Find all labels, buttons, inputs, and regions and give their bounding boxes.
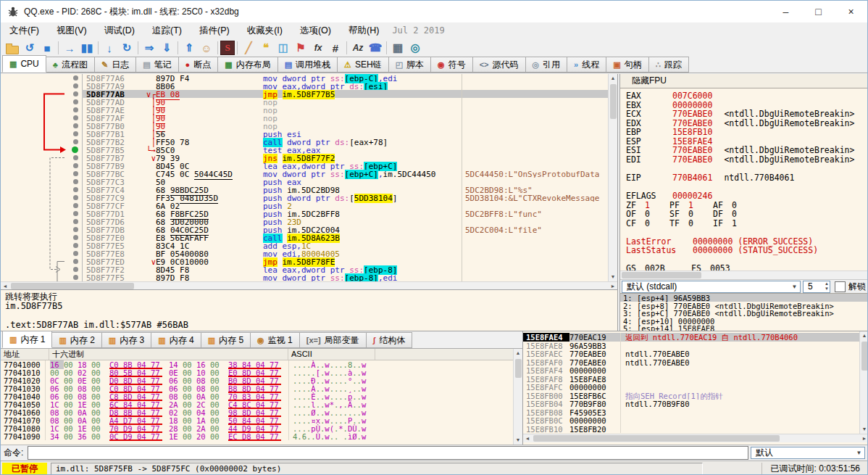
dump-row[interactable]: 7704100016 00 18 00C0 8B 04 7714 00 16 0… (1, 360, 522, 368)
dump-tab-dump-4[interactable]: ▥内存 4 (151, 332, 201, 348)
tab-source[interactable]: <>源代码 (472, 57, 526, 73)
gutter-dot-icon[interactable] (73, 107, 78, 112)
argument-row[interactable]: 4: [esp+10] 00000000 (620, 317, 868, 325)
close-button[interactable]: × (835, 1, 867, 22)
register-row[interactable]: CF0TF0IF1 (620, 218, 868, 228)
stack-row[interactable]: 15E8FB1015E8FB20 (523, 425, 868, 434)
tab-memory-map[interactable]: ▦内存布局 (217, 57, 277, 73)
register-row[interactable]: ESP15E8FAE4 (620, 136, 868, 146)
unlock-checkbox[interactable] (835, 281, 846, 292)
hash-icon[interactable]: # (327, 40, 344, 56)
dump-tab-dump-3[interactable]: ▥内存 3 (101, 332, 151, 348)
tab-trace[interactable]: ∴跟踪 (648, 57, 689, 73)
disasm-row[interactable]: 5D8F77B0│90nop (1, 122, 617, 130)
register-row[interactable]: OF0SF0DF0 (620, 209, 868, 218)
disasm-row[interactable]: 5D8F77ED∨E9 0C010000jmp im.5D8F78FE (1, 257, 617, 265)
gutter-dot-icon[interactable] (73, 123, 78, 128)
disasm-row[interactable]: 5D8F77DB68 04C0C25Dpush im.5DC2C0045DC2C… (1, 226, 617, 234)
dump-row[interactable]: 770410200C 00 0E 00D0 8D 04 7706 00 08 0… (1, 376, 522, 384)
stack-row[interactable]: 15E8FB0C00000000 (523, 416, 868, 425)
dump-row[interactable]: 770410801C 00 1E 0070 D9 04 7728 00 2A 0… (1, 424, 522, 432)
pause-icon[interactable]: ▮▮ (78, 40, 96, 56)
tab-script[interactable]: ◰脚本 (388, 57, 431, 73)
disasm-row[interactable]: 5D8F77AF│90nop (1, 114, 617, 122)
dump-row[interactable]: 7704107008 00 0A 00A4 D7 04 7718 00 1A 0… (1, 416, 522, 424)
globe-icon[interactable]: ◎ (406, 40, 424, 56)
settings-icon[interactable]: S (220, 41, 235, 55)
gutter-dot-icon[interactable] (73, 99, 78, 104)
register-row[interactable] (620, 163, 868, 173)
dump-header-rest[interactable] (375, 349, 522, 360)
disassembly-view[interactable]: 5D8F77A6897D F4mov dword ptr ss:[ebp-C],… (1, 74, 617, 281)
command-profile-select[interactable]: 默认 ▼ (751, 447, 865, 459)
disasm-row[interactable]: 5D8F77B2│FF50 78call dword ptr ds:[eax+7… (1, 138, 617, 146)
dump-tab-dump-1[interactable]: ▥内存 1 (2, 331, 52, 348)
disasm-row[interactable]: 5D8F77E8BF 05400080mov edi,80004005 (1, 249, 617, 257)
register-row[interactable]: LastStatus00000000 (STATUS_SUCCESS) (620, 245, 868, 255)
gutter-dot-icon[interactable] (73, 259, 78, 264)
gutter-dot-icon[interactable] (73, 171, 78, 176)
disasm-row[interactable]: 5D8F77E583C4 1Cadd esp,1C (1, 241, 617, 249)
register-row[interactable]: EDX770EABE0<ntdll.DbgUiRemoteBreakin> (620, 118, 868, 128)
tab-breakpoints[interactable]: ●断点 (178, 57, 219, 73)
gutter-dot-icon[interactable] (73, 251, 78, 256)
dump-row[interactable]: 770410501C 00 1E 006C 84 04 772A 00 2C 0… (1, 400, 522, 408)
scroll-up-icon[interactable]: ▲ (514, 349, 522, 358)
registers-hscrollbar[interactable] (620, 270, 868, 279)
disasm-row[interactable]: 5D8F77C9FF35 0481D35Dpush dword ptr ds:[… (1, 194, 617, 202)
stack-row[interactable]: 15E8FAF400000000 (523, 366, 868, 375)
scroll-up-icon[interactable]: ▲ (609, 74, 617, 83)
label-icon[interactable]: ◫ (275, 40, 292, 56)
disasm-row[interactable]: 5D8F77E0E8 56EAFAFFcall im.5D8A623B (1, 234, 617, 241)
disasm-row[interactable]: 5D8F77AE│90nop (1, 106, 617, 114)
register-row[interactable]: GS002BFS0053 (620, 263, 868, 270)
gutter-dot-icon[interactable] (73, 91, 78, 96)
register-row[interactable] (620, 181, 868, 191)
run-to-user-code-icon[interactable]: ⇒ (141, 40, 158, 56)
register-row[interactable]: EFLAGS00000246 (620, 191, 868, 200)
disasm-row[interactable]: 5D8F77A6897D F4mov dword ptr ss:[ebp-C],… (1, 74, 617, 82)
scroll-down-icon[interactable]: ▼ (514, 436, 522, 445)
dump-tab-dump-2[interactable]: ▥内存 2 (51, 332, 101, 348)
phone-icon[interactable]: ☎ (367, 40, 384, 56)
disasm-row[interactable]: 5D8F77C468 98BDC25Dpush im.5DC2BD985DC2B… (1, 186, 617, 194)
spinner-arrows-icon[interactable]: ▲▼ (825, 281, 829, 292)
gutter-dot-icon[interactable] (73, 139, 78, 144)
tab-handles[interactable]: ▣句柄 (606, 57, 648, 73)
stack-row[interactable]: 15E8FB0015E8FB6C指向SEH_Record[1]的指针 (523, 392, 868, 400)
menu-item-options[interactable]: 选项(O) (291, 23, 340, 38)
tab-symbols[interactable]: ◉符号 (430, 57, 473, 73)
stack-view[interactable]: 15E8FAE4770EAC19返回到 ntdll.770EAC19 自 ntd… (523, 331, 868, 434)
stack-row[interactable]: 15E8FAE4770EAC19返回到 ntdll.770EAC19 自 ntd… (523, 333, 868, 342)
tab-threads[interactable]: »线程 (567, 57, 606, 73)
disasm-row[interactable]: 5D8F77F28D45 F8lea eax,dword ptr ss:[ebp… (1, 265, 617, 273)
gutter-dot-icon[interactable] (73, 187, 78, 192)
disasm-row[interactable]: 5D8F77C350push eax (1, 178, 617, 186)
run-icon[interactable]: → (61, 40, 78, 56)
calling-convention-select[interactable]: 默认 (stdcall) ▼ (622, 281, 801, 293)
arguments-view[interactable]: 1: [esp+4] 96A59BB32: [esp+8] 770EABE0 <… (620, 293, 868, 332)
stack-vscrollbar[interactable]: ▲ ▼ (859, 331, 868, 434)
scroll-up-icon[interactable]: ▲ (860, 331, 868, 340)
disasm-row[interactable]: 5D8F77CF6A 02push 2 (1, 202, 617, 210)
step-into-icon[interactable]: ↓ (101, 40, 118, 56)
calculator-icon[interactable]: ▦ (389, 40, 406, 56)
breakpoint-dot-icon[interactable] (72, 146, 78, 153)
dump-row[interactable]: 7704101000 00 02 0080 5B 04 770E 00 10 0… (1, 368, 522, 376)
gutter-dot-icon[interactable] (73, 179, 78, 184)
disasm-row[interactable]: 5D8F77AB∨┌EB 08jmp im.5D8F77B5 (1, 90, 617, 98)
register-row[interactable]: EBX00000000 (620, 100, 868, 110)
gutter-dot-icon[interactable] (73, 203, 78, 208)
menu-item-help[interactable]: 帮助(H) (340, 23, 388, 38)
menu-item-file[interactable]: 文件(F) (1, 23, 48, 38)
dump-tab-struct[interactable]: ʃ结构体 (366, 332, 413, 348)
scroll-right-icon[interactable]: ► (860, 434, 868, 442)
tab-cpu[interactable]: ▦CPU (2, 55, 46, 73)
dump-header-地址[interactable]: 地址 (1, 349, 49, 360)
scroll-down-icon[interactable]: ▼ (860, 425, 868, 434)
register-row[interactable]: ZF1PF1AF0 (620, 200, 868, 210)
gutter-dot-icon[interactable] (73, 227, 78, 232)
step-over-icon[interactable]: ↻ (118, 40, 135, 56)
dump-tab-dump-5[interactable]: ▥内存 5 (201, 332, 251, 348)
disasm-row[interactable]: 5D8F77D668 3D020000push 23D (1, 218, 617, 226)
